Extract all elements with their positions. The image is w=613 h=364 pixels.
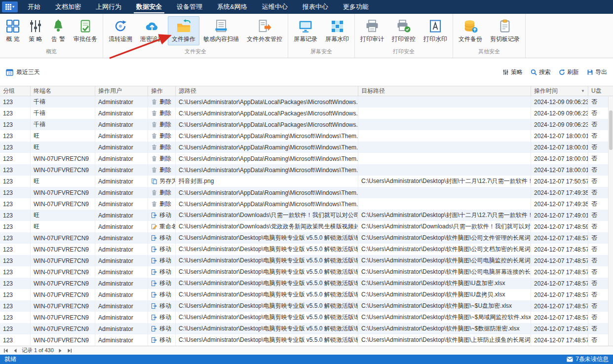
table-row[interactable]: 123旺Administrator移动C:\Users\Administrato… [0, 210, 613, 221]
table-row[interactable]: 123旺Administrator重命名C:\Users\Administrat… [0, 221, 613, 232]
move-icon [151, 257, 157, 264]
trash-icon [151, 144, 157, 150]
cell-dst [358, 108, 531, 119]
table-row[interactable]: 123WIN-07UFVRE7CN9Administrator移动C:\User… [0, 278, 613, 289]
screen-watermark-button[interactable]: 屏幕水印 [321, 16, 353, 45]
cell-user: Administrator [95, 164, 148, 176]
menu-tab-4[interactable]: 数据安全 [129, 0, 169, 14]
menu-tab-1[interactable]: 开始 [20, 0, 48, 14]
print-audit-button[interactable]: 打印审计 [356, 16, 388, 45]
cell-time: 2024-12-07 17:48:57 [531, 312, 588, 323]
table-row[interactable]: 123WIN-07UFVRE7CN9Administrator移动C:\User… [0, 323, 613, 334]
overview-button[interactable]: 概 览 [1, 16, 24, 45]
alert-bell-icon [51, 19, 66, 34]
cell-dst: C:\Users\Administrator\Desktop\软件脑图\公司电脑… [358, 255, 531, 266]
screen-watermark-icon [330, 19, 345, 34]
date-range-filter[interactable]: 23 最近三天 [6, 68, 40, 76]
table-row[interactable]: 123WIN-07UFVRE7CN9Administrator移动C:\User… [0, 232, 613, 244]
table-row[interactable]: 123旺Administrator删除C:\Users\Administrato… [0, 142, 613, 153]
cell-user: Administrator [95, 312, 148, 323]
table-row[interactable]: 123千禧Administrator删除C:\Users\Administrat… [0, 119, 613, 130]
move-icon [151, 326, 157, 332]
content-scan-button[interactable]: 敏感内容扫描 [199, 16, 243, 45]
menubar: ▾ 开始文档加密上网行为数据安全设备管理系统&网络运维中心报表中心更多功能 [0, 0, 613, 14]
screen-record-icon [298, 19, 313, 34]
cell-user: Administrator [95, 289, 148, 300]
menu-tab-5[interactable]: 设备管理 [169, 0, 210, 14]
scrollbar-thumb[interactable] [609, 110, 613, 150]
cell-term: WIN-07UFVRE7CN9 [31, 255, 95, 266]
menu-tab-7[interactable]: 运维中心 [255, 0, 295, 14]
rename-icon [151, 223, 157, 230]
pager-next-button[interactable] [57, 348, 63, 354]
menu-tab-6[interactable]: 系统&网络 [210, 0, 255, 14]
table-row[interactable]: 123WIN-07UFVRE7CN9Administrator删除C:\User… [0, 187, 613, 198]
table-row[interactable]: 123WIN-07UFVRE7CN9Administrator移动C:\User… [0, 300, 613, 312]
export-button[interactable]: 导出 [587, 68, 607, 76]
column-header-source[interactable]: 源路径 [176, 86, 358, 96]
file-send-control-button[interactable]: 文件外发管控 [243, 16, 286, 45]
cell-group: 123 [0, 221, 31, 232]
cell-op: 移动 [148, 334, 176, 346]
vertical-scrollbar[interactable] [608, 97, 613, 346]
menu-tab-2[interactable]: 文档加密 [48, 0, 88, 14]
menu-tab-8[interactable]: 报表中心 [295, 0, 336, 14]
table-row[interactable]: 123旺Administrator另存为抖音封面.pngC:\Users\Adm… [0, 176, 613, 187]
flow-trace-button[interactable]: 流转追溯 [105, 16, 136, 45]
column-header-terminal[interactable]: 终端名 [31, 86, 95, 96]
refresh-button[interactable]: 刷新 [559, 68, 579, 76]
move-icon [151, 303, 157, 309]
cell-time: 2024-12-07 17:48:57 [531, 244, 588, 255]
table-row[interactable]: 123WIN-07UFVRE7CN9Administrator移动C:\User… [0, 334, 613, 346]
clipboard-record-button[interactable]: 剪切板记录 [486, 16, 524, 45]
app-menu-button[interactable]: ▾ [2, 1, 18, 12]
cell-op: 重命名 [148, 221, 176, 232]
menu-tabs: 开始文档加密上网行为数据安全设备管理系统&网络运维中心报表中心更多功能 [20, 0, 376, 14]
policy-filter-button[interactable]: 策略 [502, 68, 523, 76]
table-row[interactable]: 123千禧Administrator删除C:\Users\Administrat… [0, 96, 613, 108]
file-backup-button[interactable]: 文件备份 [455, 16, 486, 45]
table-row[interactable]: 123WIN-07UFVRE7CN9Administrator删除C:\User… [0, 164, 613, 176]
pager-first-button[interactable] [3, 348, 9, 354]
search-button[interactable]: 搜索 [531, 68, 551, 76]
menu-tab-9[interactable]: 更多功能 [336, 0, 376, 14]
column-header-target[interactable]: 目标路径 [358, 86, 531, 96]
print-control-button[interactable]: 打印管控 [388, 16, 420, 45]
menu-tab-3[interactable]: 上网行为 [88, 0, 129, 14]
column-header-user[interactable]: 操作用户 [95, 86, 148, 96]
cell-src: C:\Users\Administrator\AppData\Roaming\M… [176, 130, 358, 142]
table-row[interactable]: 123旺Administrator删除C:\Users\Administrato… [0, 130, 613, 142]
table-row[interactable]: 123WIN-07UFVRE7CN9Administrator删除C:\User… [0, 198, 613, 210]
print-watermark-icon [428, 19, 443, 34]
print-watermark-button[interactable]: 打印水印 [420, 16, 451, 45]
column-header-group[interactable]: 分组 [0, 86, 31, 96]
alert-button[interactable]: 告 警 [47, 16, 70, 45]
pager-prev-button[interactable] [12, 348, 18, 354]
statusbar: 就绪 7条未读信息 [0, 355, 613, 364]
policy-button[interactable]: 策 略 [24, 16, 47, 45]
table-row[interactable]: 123WIN-07UFVRE7CN9Administrator移动C:\User… [0, 244, 613, 255]
table-row[interactable]: 123WIN-07UFVRE7CN9Administrator移动C:\User… [0, 312, 613, 323]
table-row[interactable]: 123千禧Administrator删除C:\Users\Administrat… [0, 108, 613, 119]
table-row[interactable]: 123WIN-07UFVRE7CN9Administrator移动C:\User… [0, 266, 613, 278]
approval-tasks-button[interactable]: 审批任务 [70, 16, 101, 45]
table-row[interactable]: 123WIN-07UFVRE7CN9Administrator移动C:\User… [0, 289, 613, 300]
column-header-time[interactable]: 操作时间▼ [531, 86, 588, 96]
cell-op: 删除 [148, 108, 176, 119]
flow-trace-icon [113, 19, 128, 34]
file-operations-button[interactable]: 文件操作 [168, 16, 199, 45]
pager-last-button[interactable] [67, 348, 73, 354]
column-header-usb[interactable]: U盘 [588, 86, 613, 96]
leak-track-cloud-icon [145, 19, 159, 34]
search-icon [531, 69, 537, 75]
unread-messages-button[interactable]: 7条未读信息 [567, 355, 609, 364]
cell-op: 删除 [148, 198, 176, 210]
cell-op: 移动 [148, 255, 176, 266]
cell-src: 抖音封面.png [176, 176, 358, 187]
leak-track-button[interactable]: 泄密追踪 [136, 16, 168, 45]
column-header-operation[interactable]: 操作 [148, 86, 176, 96]
cell-dst: C:\Users\Administrator\Desktop\软件脑图\~$U盘… [358, 300, 531, 312]
table-row[interactable]: 123WIN-07UFVRE7CN9Administrator移动C:\User… [0, 255, 613, 266]
table-row[interactable]: 123WIN-07UFVRE7CN9Administrator删除C:\User… [0, 153, 613, 164]
screen-record-button[interactable]: 屏幕记录 [290, 16, 321, 45]
